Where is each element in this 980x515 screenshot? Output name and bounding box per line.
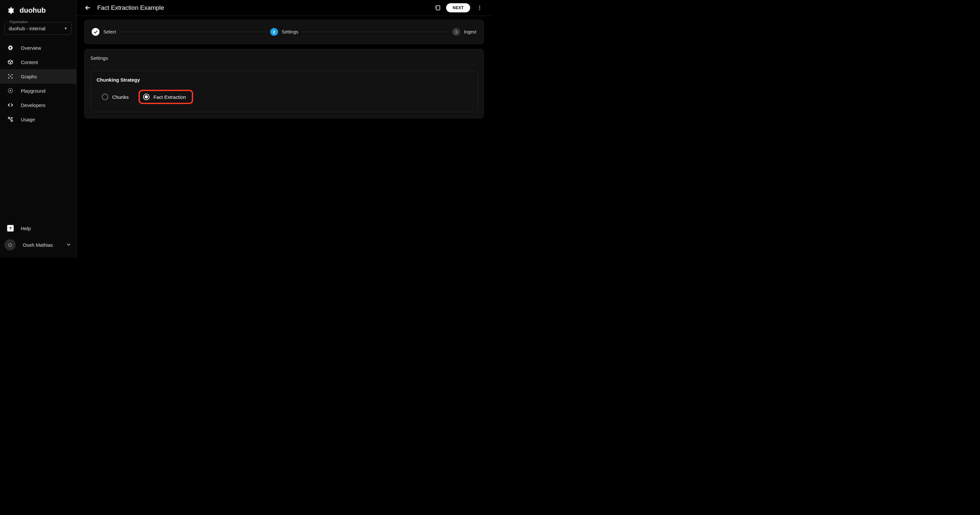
sidebar-item-label: Graphs [21, 74, 37, 79]
svg-point-7 [11, 77, 12, 78]
svg-point-4 [11, 74, 12, 75]
step-label: Select [103, 29, 116, 35]
org-value: duohub - internal [9, 26, 46, 31]
sidebar: duohub Organisation duohub - internal ▼ … [0, 0, 76, 258]
sidebar-item-graphs[interactable]: Graphs [0, 69, 76, 84]
step-number: 3 [452, 28, 460, 36]
settings-card: Settings Chunking Strategy Chunks Fact E… [84, 49, 484, 118]
nav: Overview Content Graphs Playground [0, 41, 76, 221]
svg-point-11 [11, 118, 12, 118]
radio-label: Chunks [112, 94, 129, 100]
card-title: Settings [91, 55, 478, 61]
avatar: O [5, 239, 16, 250]
sidebar-item-label: Content [21, 59, 38, 65]
step-connector [119, 32, 267, 32]
overview-icon [7, 45, 14, 51]
caret-down-icon: ▼ [64, 27, 67, 30]
radio-chunks[interactable]: Chunks [97, 91, 134, 103]
sidebar-item-playground[interactable]: Playground [0, 84, 76, 98]
code-icon [7, 102, 14, 108]
logo[interactable]: duohub [0, 0, 76, 19]
step-connector [301, 32, 449, 32]
back-button[interactable] [84, 4, 91, 11]
step-number: 2 [270, 28, 278, 36]
sidebar-item-label: Help [21, 226, 31, 231]
org-selector[interactable]: Organisation duohub - internal ▼ [5, 22, 72, 35]
svg-point-13 [479, 6, 480, 6]
svg-rect-12 [436, 6, 440, 10]
chunking-strategy-box: Chunking Strategy Chunks Fact Extraction [91, 71, 478, 112]
sidebar-item-usage[interactable]: Usage [0, 112, 76, 127]
svg-point-5 [10, 76, 11, 77]
radio-label: Fact Extraction [153, 94, 186, 100]
header: Fact Extraction Example NEXT [76, 0, 492, 16]
panel-toggle-icon[interactable] [434, 5, 441, 11]
more-menu-icon[interactable] [476, 5, 484, 11]
sidebar-item-help[interactable]: ? Help [0, 221, 76, 235]
chevron-down-icon [66, 242, 72, 248]
playground-icon [7, 87, 14, 94]
step-label: Settings [282, 29, 299, 35]
sidebar-item-overview[interactable]: Overview [0, 41, 76, 55]
org-label: Organisation [8, 20, 29, 24]
page-title: Fact Extraction Example [97, 4, 428, 11]
sidebar-item-content[interactable]: Content [0, 55, 76, 69]
sidebar-item-developers[interactable]: Developers [0, 98, 76, 112]
next-button[interactable]: NEXT [446, 3, 470, 12]
check-icon [92, 28, 100, 36]
sidebar-item-label: Usage [21, 117, 35, 122]
help-icon: ? [7, 225, 14, 232]
radio-fact-extraction[interactable]: Fact Extraction [138, 90, 193, 104]
stepper: Select 2 Settings 3 Ingest [84, 20, 484, 44]
logo-text: duohub [19, 6, 46, 14]
radio-icon [102, 94, 108, 100]
logo-icon [6, 6, 16, 15]
step-select[interactable]: Select [92, 28, 116, 36]
user-menu[interactable]: O Oseh Mathias [0, 235, 76, 254]
svg-point-14 [479, 8, 480, 8]
svg-point-6 [8, 77, 9, 78]
content-icon [7, 59, 14, 65]
user-name: Oseh Mathias [23, 242, 59, 248]
divider [91, 65, 478, 66]
radio-icon [143, 94, 150, 100]
svg-point-15 [479, 9, 480, 10]
step-ingest[interactable]: 3 Ingest [452, 28, 476, 36]
step-settings[interactable]: 2 Settings [270, 28, 299, 36]
sidebar-item-label: Developers [21, 102, 46, 108]
sidebar-item-label: Playground [21, 88, 46, 94]
svg-point-3 [8, 74, 9, 75]
usage-icon [7, 116, 14, 122]
sidebar-item-label: Overview [21, 45, 41, 51]
strategy-title: Chunking Strategy [97, 77, 471, 83]
step-label: Ingest [464, 29, 476, 35]
main: Fact Extraction Example NEXT Select [76, 0, 492, 258]
graphs-icon [7, 73, 14, 79]
